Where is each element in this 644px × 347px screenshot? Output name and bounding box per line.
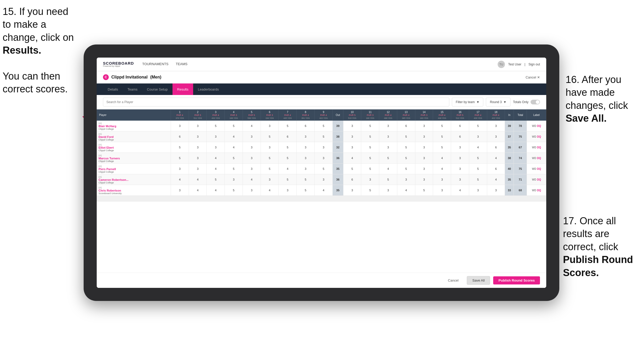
score-cell-h9[interactable]: 3 [314,142,332,153]
score-cell-h13[interactable]: 5 [397,164,415,174]
score-cell-h12[interactable]: 3 [379,131,397,142]
score-cell-h2[interactable]: 3 [189,153,207,164]
toggle-switch[interactable] [531,100,540,104]
search-input[interactable] [103,98,449,107]
score-cell-h17[interactable]: 4 [469,142,487,153]
score-cell-h1[interactable]: 5 [171,142,189,153]
score-cell-h5[interactable]: 3 [243,153,261,164]
score-cell-h3[interactable]: 5 [207,174,225,185]
score-cell-h7[interactable]: 4 [279,164,297,174]
score-cell-h8[interactable]: 3 [297,142,315,153]
nav-tournaments[interactable]: TOURNAMENTS [142,62,168,66]
score-cell-h6[interactable]: 5 [261,131,279,142]
score-cell-h10[interactable]: 3 [343,142,361,153]
score-cell-h9[interactable]: 5 [314,121,332,131]
score-cell-h5[interactable]: 4 [243,121,261,131]
score-cell-h13[interactable]: 5 [397,131,415,142]
score-cell-h14[interactable]: 3 [415,153,433,164]
score-cell-h1[interactable]: 5 [171,153,189,164]
score-cell-h2[interactable]: 4 [189,174,207,185]
round-select-button[interactable]: Round 3 ▼ [486,98,510,107]
score-cell-h17[interactable]: 3 [469,185,487,196]
score-cell-h3[interactable]: 4 [207,185,225,196]
tab-details[interactable]: Details [103,83,123,95]
score-cell-h13[interactable]: 6 [397,121,415,131]
score-cell-h17[interactable]: 5 [469,164,487,174]
nav-teams[interactable]: TEAMS [176,62,188,66]
score-cell-h2[interactable]: 3 [189,164,207,174]
score-cell-h11[interactable]: 5 [361,131,379,142]
score-cell-h12[interactable]: 3 [379,185,397,196]
score-cell-h9[interactable]: 3 [314,174,332,185]
cancel-button[interactable]: Cancel ✕ [526,75,540,79]
score-cell-h12[interactable]: 3 [379,121,397,131]
score-cell-h10[interactable]: 3 [343,185,361,196]
score-cell-h10[interactable]: 5 [343,164,361,174]
tab-course-setup[interactable]: Course Setup [142,83,172,95]
score-cell-h6[interactable]: 3 [261,142,279,153]
score-cell-h4[interactable]: 5 [225,185,243,196]
score-cell-h15[interactable]: 4 [433,164,451,174]
score-cell-h11[interactable]: 5 [361,185,379,196]
score-cell-h7[interactable]: 5 [279,142,297,153]
score-cell-h6[interactable]: 5 [261,164,279,174]
scores-table-container[interactable]: Player 1PAR 4370 YDS 2PAR 5511 YDS 3PAR … [97,109,546,273]
score-cell-h5[interactable]: 3 [243,142,261,153]
tab-leaderboards[interactable]: Leaderboards [193,83,223,95]
score-cell-h3[interactable]: 4 [207,153,225,164]
score-cell-h15[interactable]: 5 [433,142,451,153]
filter-by-team-button[interactable]: Filter by team ▼ [452,98,484,107]
score-cell-h9[interactable]: 5 [314,164,332,174]
score-cell-h4[interactable]: 4 [225,131,243,142]
score-cell-h2[interactable]: 3 [189,121,207,131]
score-cell-h4[interactable]: 3 [225,174,243,185]
score-cell-h10[interactable]: 4 [343,153,361,164]
totals-only-toggle[interactable]: Totals Only [513,100,540,104]
score-cell-h15[interactable]: 5 [433,121,451,131]
score-cell-h1[interactable]: 4 [171,174,189,185]
score-cell-h13[interactable]: 5 [397,142,415,153]
score-cell-h1[interactable]: 3 [171,164,189,174]
score-cell-h13[interactable]: 5 [397,153,415,164]
tab-results[interactable]: Results [172,83,193,95]
score-cell-h5[interactable]: 3 [243,131,261,142]
score-cell-h14[interactable]: 3 [415,142,433,153]
score-cell-h11[interactable]: 5 [361,164,379,174]
score-cell-h16[interactable]: 6 [451,121,469,131]
score-cell-h14[interactable]: 3 [415,121,433,131]
score-cell-h13[interactable]: 3 [397,174,415,185]
score-cell-h9[interactable]: 4 [314,185,332,196]
score-cell-h4[interactable]: 5 [225,153,243,164]
score-cell-h14[interactable]: 3 [415,164,433,174]
score-cell-h15[interactable]: 3 [433,174,451,185]
score-cell-h10[interactable]: 6 [343,174,361,185]
score-cell-h18[interactable]: 4 [487,174,505,185]
score-cell-h5[interactable]: 3 [243,164,261,174]
score-cell-h8[interactable]: 5 [297,174,315,185]
score-cell-h11[interactable]: 5 [361,121,379,131]
score-cell-h6[interactable]: 3 [261,174,279,185]
score-cell-h8[interactable]: 3 [297,153,315,164]
score-cell-h16[interactable]: 4 [451,185,469,196]
score-cell-h17[interactable]: 5 [469,153,487,164]
score-cell-h11[interactable]: 5 [361,153,379,164]
score-cell-h3[interactable]: 5 [207,121,225,131]
score-cell-h3[interactable]: 3 [207,142,225,153]
score-cell-h1[interactable]: 3 [171,185,189,196]
score-cell-h14[interactable]: 3 [415,174,433,185]
score-cell-h6[interactable]: 4 [261,185,279,196]
score-cell-h16[interactable]: 3 [451,164,469,174]
score-cell-h5[interactable]: 4 [243,174,261,185]
cancel-button-bottom[interactable]: Cancel [443,276,464,284]
score-cell-h4[interactable]: 4 [225,142,243,153]
score-cell-h12[interactable]: 5 [379,174,397,185]
score-cell-h17[interactable]: 5 [469,121,487,131]
score-cell-h8[interactable]: 5 [297,185,315,196]
score-cell-h18[interactable]: 3 [487,131,505,142]
score-cell-h1[interactable]: 6 [171,131,189,142]
score-cell-h3[interactable]: 4 [207,164,225,174]
score-cell-h18[interactable]: 6 [487,142,505,153]
score-cell-h16[interactable]: 3 [451,174,469,185]
score-cell-h18[interactable]: 3 [487,185,505,196]
score-cell-h10[interactable]: 3 [343,121,361,131]
